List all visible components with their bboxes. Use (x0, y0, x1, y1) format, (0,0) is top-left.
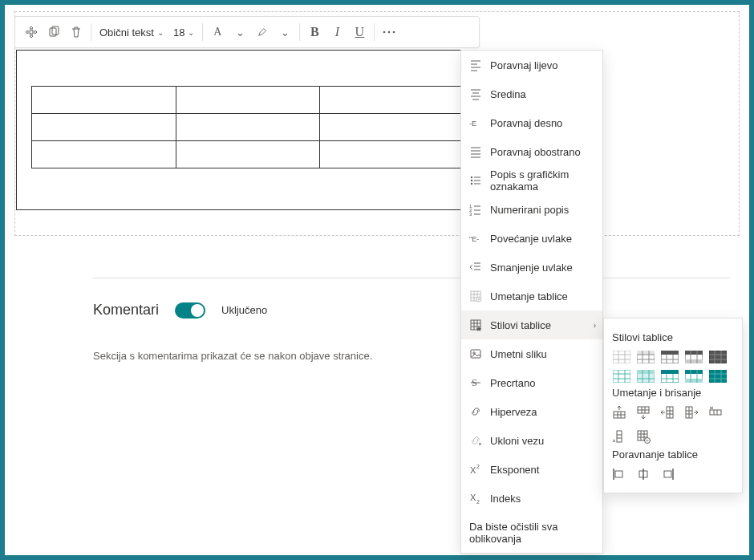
inserted-table[interactable] (31, 86, 464, 168)
separator (91, 23, 91, 41)
unlink-icon (469, 434, 482, 447)
menu-item-unlink[interactable]: Ukloni vezu (461, 426, 602, 455)
menu-item-image[interactable]: Umetni sliku (461, 339, 602, 368)
table-style-teal-light[interactable] (636, 369, 654, 382)
table-style-plain[interactable] (612, 350, 630, 363)
menu-item-label: Hiperveza (490, 406, 537, 418)
table-row[interactable] (32, 141, 464, 168)
menu-item-align-center[interactable]: Sredina (461, 79, 602, 108)
table-cell[interactable] (320, 141, 464, 168)
table-row[interactable] (32, 114, 464, 141)
menu-item-label: Ukloni vezu (490, 435, 544, 447)
menu-item-indent-dec[interactable]: Smanjenje uvlake (461, 253, 602, 282)
table-style-teal-solid[interactable] (708, 369, 726, 382)
menu-item-label: Indeks (490, 493, 521, 505)
table-align-left-button[interactable] (612, 467, 626, 481)
delete-row-button[interactable] (708, 405, 723, 420)
svg-rect-142 (615, 471, 622, 477)
table-style-banded-gray[interactable] (684, 350, 702, 363)
table-style-teal-outline[interactable] (612, 369, 630, 382)
highlight-color-button[interactable] (251, 21, 274, 43)
svg-rect-69 (661, 351, 679, 355)
trash-icon (70, 26, 83, 39)
menu-item-table-styles[interactable]: Stilovi tablice › (461, 310, 602, 339)
menu-item-link[interactable]: Hiperveza (461, 397, 602, 426)
table-style-teal-banded[interactable] (684, 369, 702, 382)
underline-button[interactable]: U (348, 21, 371, 43)
menu-item-number-list[interactable]: 123 Numerirani popis (461, 195, 602, 224)
svg-text:2: 2 (476, 499, 480, 505)
svg-rect-124 (710, 410, 721, 415)
table-cell[interactable] (320, 87, 464, 114)
table-style-subtle[interactable] (636, 350, 654, 363)
svg-point-3 (388, 31, 391, 34)
menu-item-align-left[interactable]: Poravnaj lijevo (461, 51, 602, 79)
separator (202, 23, 203, 41)
table-cell[interactable] (176, 114, 320, 141)
comments-toggle[interactable] (175, 302, 205, 319)
table-style-solid-dark[interactable] (708, 350, 726, 363)
font-color-chevron[interactable]: ⌄ (229, 21, 251, 43)
svg-text:-E: -E (469, 120, 476, 128)
table-cell[interactable] (176, 141, 320, 168)
delete-table-button[interactable] (636, 429, 651, 444)
delete-button[interactable] (65, 21, 87, 43)
menu-item-align-justify[interactable]: Poravnaj obostrano (461, 137, 602, 166)
link-icon (469, 405, 482, 418)
highlight-chevron[interactable]: ⌄ (274, 21, 296, 43)
svg-rect-74 (685, 351, 703, 355)
menu-item-label: Umetanje tablice (490, 290, 568, 302)
table-cell[interactable] (176, 87, 320, 114)
svg-rect-129 (617, 431, 622, 442)
page-container: Obični tekst ⌄ 18 ⌄ A ⌄ ⌄ B I U (5, 5, 749, 555)
menu-item-strike[interactable]: S Precrtano (461, 368, 602, 397)
chevron-down-icon: ⌄ (281, 26, 290, 39)
table-cell[interactable] (320, 114, 464, 141)
text-webpart-card[interactable] (16, 50, 478, 210)
align-left-icon (469, 59, 482, 71)
move-icon (25, 26, 38, 39)
menu-item-sup[interactable]: X2 Eksponent (461, 455, 602, 484)
menu-item-indent-inc[interactable]: "E- Povećanje uvlake (461, 224, 602, 253)
image-icon (469, 347, 482, 360)
more-button[interactable] (378, 21, 400, 43)
insert-row-above-button[interactable] (612, 405, 626, 420)
move-handle[interactable] (20, 21, 43, 43)
chevron-down-icon: ⌄ (236, 26, 245, 39)
table-style-header-dark[interactable] (660, 350, 678, 363)
menu-item-align-right[interactable]: -E Poravnaj desno (461, 108, 602, 137)
text-style-select[interactable]: Obični tekst ⌄ (95, 21, 168, 43)
menu-clear-formatting[interactable]: Da biste očistili sva oblikovanja (461, 513, 602, 553)
table-style-teal-header[interactable] (660, 369, 678, 382)
table-row[interactable] (32, 87, 464, 114)
svg-text:2: 2 (476, 464, 480, 469)
insert-col-right-button[interactable] (684, 405, 699, 420)
svg-rect-83 (613, 370, 630, 383)
svg-point-20 (471, 183, 472, 185)
svg-rect-94 (661, 370, 679, 374)
menu-item-label: Povećanje uvlake (490, 233, 572, 245)
table-align-right-button[interactable] (660, 467, 675, 481)
font-size-select[interactable]: 18 ⌄ (168, 21, 199, 43)
font-color-button[interactable]: A (206, 21, 229, 43)
insert-col-left-button[interactable] (660, 405, 675, 420)
bold-button[interactable]: B (303, 21, 326, 43)
table-cell[interactable] (32, 141, 176, 168)
delete-col-button[interactable] (612, 429, 626, 444)
table-styles-icon (469, 319, 482, 331)
menu-item-bullet-list[interactable]: Popis s grafičkim oznakama (461, 166, 602, 195)
svg-point-19 (471, 180, 472, 181)
svg-text:"E-: "E- (469, 235, 479, 243)
table-cell[interactable] (32, 87, 176, 114)
chevron-right-icon: › (594, 321, 596, 330)
table-align-center-button[interactable] (636, 467, 651, 481)
menu-item-label: Popis s grafičkim oznakama (490, 168, 594, 193)
menu-item-label: Poravnaj desno (490, 117, 562, 129)
table-cell[interactable] (32, 114, 176, 141)
duplicate-button[interactable] (43, 21, 65, 43)
insert-row-below-button[interactable] (636, 405, 651, 420)
menu-item-label: Smanjenje uvlake (490, 262, 573, 274)
menu-item-sub[interactable]: X2 Indeks (461, 484, 602, 513)
italic-button[interactable]: I (326, 21, 348, 43)
menu-item-table-insert[interactable]: Umetanje tablice (461, 282, 602, 310)
